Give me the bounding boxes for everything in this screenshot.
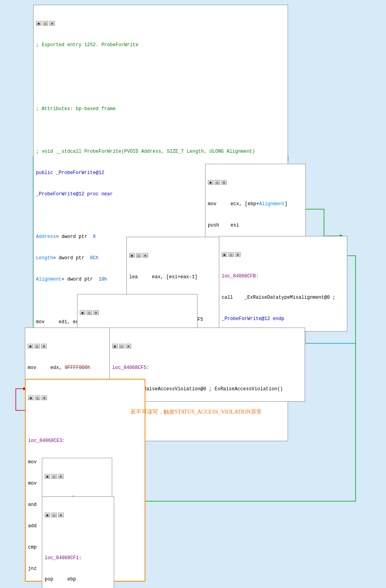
line-1-3: ; void __stdcall ProbeForWrite(PVOID Add… (36, 148, 285, 155)
tb-icon-9a[interactable]: ▣ (45, 474, 50, 479)
tb-icon-3a[interactable]: ▣ (129, 253, 135, 258)
line-1-blank2 (36, 84, 285, 91)
tb-icon-9b[interactable]: ◫ (51, 474, 57, 479)
tb-icon-10b[interactable]: ◫ (51, 513, 57, 517)
tb-icon-2c[interactable]: ⊞ (221, 180, 227, 185)
tb-icon-6c[interactable]: ⊞ (41, 344, 47, 348)
block-5-titlebar: ▣ ◫ ⊞ (80, 310, 195, 315)
block-1-titlebar: ▣ ◫ ⊞ (36, 21, 285, 26)
tb-icon-4a[interactable]: ▣ (222, 252, 227, 257)
line-8-1: loc_84068CE3: (28, 437, 142, 444)
line-4-3: _ProbeForWrite@12 endp (222, 315, 345, 322)
line-10-2: pop ebp (45, 576, 111, 583)
line-2-2: push esi (208, 222, 303, 229)
line-10-blank1 (45, 533, 111, 540)
block-10-titlebar: ▣ ◫ ⊞ (45, 513, 111, 517)
tb-icon-6b[interactable]: ◫ (34, 344, 40, 348)
block-9-titlebar: ▣ ◫ ⊞ (45, 474, 109, 479)
tb-icon-7c[interactable]: ⊞ (126, 344, 131, 348)
tb-icon-10a[interactable]: ▣ (45, 513, 50, 517)
block-7-titlebar: ▣ ◫ ⊞ (112, 344, 302, 348)
block-3-titlebar: ▣ ◫ ⊞ (129, 253, 217, 258)
tb-icon-2b[interactable]: ◫ (215, 180, 220, 185)
line-1-2: ; Attributes: bp-based frame (36, 105, 285, 112)
tb-icon-5c[interactable]: ⊞ (93, 310, 99, 315)
tb-icon-3c[interactable]: ⊞ (143, 253, 148, 258)
tb-icon-1c[interactable]: ⊞ (49, 21, 55, 26)
tb-icon-2a[interactable]: ▣ (208, 180, 213, 185)
block-10: ▣ ◫ ⊞ loc_84068CF1: pop ebp retn 0Ch (42, 496, 114, 588)
block-8-titlebar: ▣ ◫ ⊞ (28, 395, 142, 400)
tb-icon-5b[interactable]: ◫ (87, 310, 92, 315)
line-7-1: loc_84068CF5: (112, 364, 302, 371)
tb-icon-8c[interactable]: ⊞ (41, 395, 47, 400)
tb-icon-4b[interactable]: ◫ (228, 252, 234, 257)
line-6-1: mov edx, 0FFFF000h (28, 364, 107, 371)
tb-icon-3b[interactable]: ◫ (136, 253, 141, 258)
block-4-titlebar: ▣ ◫ ⊞ (222, 252, 345, 257)
line-4-2: call _ExRaiseDatatypeMisalignment@0 ; (222, 294, 345, 301)
block-6-titlebar: ▣ ◫ ⊞ (28, 344, 107, 348)
tb-icon-8b[interactable]: ◫ (35, 395, 40, 400)
tb-icon-9c[interactable]: ⊞ (58, 474, 64, 479)
tb-icon-7a[interactable]: ▣ (112, 344, 118, 348)
line-10-1: loc_84068CF1: (45, 554, 111, 562)
line-2-1: mov ecx, [ebp+Alignment] (208, 200, 303, 208)
tb-icon-1b[interactable]: ◫ (43, 21, 48, 26)
tb-icon-4c[interactable]: ⊞ (235, 252, 241, 257)
tb-icon-1a[interactable]: ▣ (36, 21, 41, 26)
line-3-1: lea eax, [esi+eax-1] (129, 273, 217, 281)
line-4-1: loc_84068CFB: (222, 273, 345, 280)
tb-icon-8a[interactable]: ▣ (28, 395, 34, 400)
line-8-blank1 (28, 416, 142, 423)
line-1-blank3 (36, 127, 285, 134)
block-4: ▣ ◫ ⊞ loc_84068CFB: call _ExRaiseDatatyp… (219, 236, 347, 331)
line-1-1: ; Exported entry 1252. ProbeForWrite (36, 41, 285, 49)
tb-icon-5a[interactable]: ▣ (80, 310, 85, 315)
line-1-blank1 (36, 63, 285, 70)
tb-icon-10c[interactable]: ⊞ (58, 513, 64, 517)
annotation-text: 若不可读写，触发STATUS_ACCESS_VIOLATION异常 (130, 408, 262, 416)
block-2-titlebar: ▣ ◫ ⊞ (208, 180, 303, 185)
tb-icon-7b[interactable]: ◫ (119, 344, 124, 348)
tb-icon-6a[interactable]: ▣ (28, 344, 33, 348)
